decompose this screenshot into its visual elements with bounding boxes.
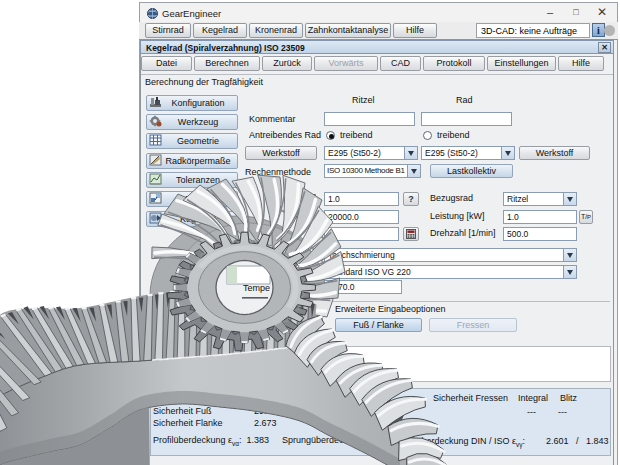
svg-text:Tempe: Tempe	[243, 283, 270, 293]
